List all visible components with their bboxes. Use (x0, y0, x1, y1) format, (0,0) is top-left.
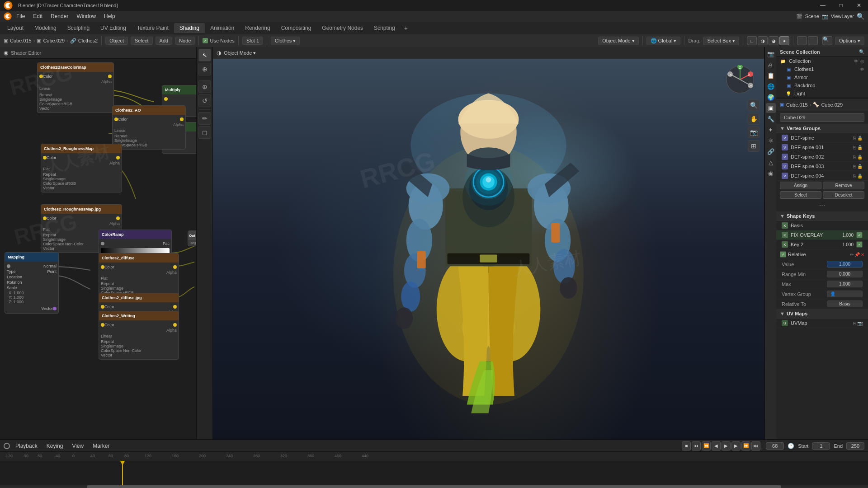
rendered-shading-btn[interactable]: ● (779, 36, 789, 45)
global-btn[interactable]: 🌐 Global ▾ (646, 37, 681, 45)
tab-animation[interactable]: Animation (205, 23, 240, 33)
close-button[interactable]: ✕ (850, 0, 868, 11)
end-frame-input[interactable]: 250 (846, 442, 864, 450)
prev-frame-btn[interactable]: ◀ (712, 441, 721, 450)
rotate-tool-btn[interactable]: ↺ (198, 94, 211, 107)
translate-tool-btn[interactable]: ⊕ (198, 80, 211, 93)
node-clothes2basecol[interactable]: Clothes2BaseColormap Color Alpha Linear … (37, 62, 114, 113)
uv-map-item[interactable]: U UVMap ⎘ 📷 (776, 319, 868, 328)
select-menu-btn[interactable]: Select (131, 37, 153, 45)
select-tool-btn[interactable]: ↖ (198, 49, 211, 61)
timeline-keying-menu[interactable]: Keying (43, 443, 67, 449)
tab-geometry-nodes[interactable]: Geometry Nodes (316, 23, 368, 33)
object-menu-btn[interactable]: Object (105, 37, 128, 45)
sk-item-key2[interactable]: K Key 2 1.000 ✓ (776, 240, 868, 249)
output-props-icon[interactable]: 🖨 (766, 60, 776, 70)
solid-shading-btn[interactable]: ◑ (758, 36, 768, 45)
menu-help[interactable]: Help (100, 12, 119, 20)
node-canvas[interactable]: RRCG 人人素材 RRCG Clothes2BaseColormap (0, 59, 196, 439)
options-btn[interactable]: Options ▾ (835, 37, 864, 45)
material-props-icon[interactable]: ◉ (766, 168, 776, 178)
vg-copy-btn2[interactable]: ⎘ (853, 145, 856, 150)
tab-texture-paint[interactable]: Texture Paint (132, 23, 174, 33)
vg-deselect-btn[interactable]: Deselect (823, 191, 864, 199)
vg-lock-btn5[interactable]: 🔒 (857, 174, 863, 178)
menu-window[interactable]: Window (73, 12, 99, 20)
overlay-btn[interactable] (797, 36, 807, 45)
timeline-marker-menu[interactable]: Marker (89, 443, 113, 449)
add-workspace-button[interactable]: + (401, 23, 411, 33)
sk-checkbox-key2[interactable]: ✓ (856, 241, 863, 248)
breadcrumb-clothes2[interactable]: Clothes2 (78, 38, 98, 43)
timeline-playhead[interactable] (122, 461, 123, 485)
relative-edit-btn[interactable]: ✏ (850, 252, 854, 257)
vg-item-def-spine002[interactable]: V DEF-spine.002 ⎘ 🔒 (776, 152, 868, 162)
tab-compositing[interactable]: Compositing (276, 23, 317, 33)
vg-copy-btn5[interactable]: ⎘ (853, 174, 856, 178)
outliner-item-backdrop[interactable]: ▣ Backdrop (776, 81, 868, 89)
jump-start-btn[interactable]: ⏮ (692, 441, 701, 450)
uv-maps-section-header[interactable]: ▼ UV Maps (776, 309, 868, 319)
jump-end-btn[interactable]: ⏭ (751, 441, 760, 450)
tab-sculpting[interactable]: Sculpting (62, 23, 95, 33)
play-btn[interactable]: ▶ (722, 441, 731, 450)
mode-btn[interactable]: Object Mode ▾ (598, 37, 638, 45)
vg-item-def-spine003[interactable]: V DEF-spine.003 ⎘ 🔒 (776, 162, 868, 171)
annotate-btn[interactable]: ✏ (198, 112, 211, 125)
grid-btn[interactable]: ⊞ (748, 140, 760, 152)
data-props-icon[interactable]: △ (766, 157, 776, 167)
breadcrumb-cube029[interactable]: Cube.029 (43, 38, 65, 43)
viewport-3d[interactable]: ◑ Object Mode ▾ (213, 47, 764, 439)
physics-props-icon[interactable]: ⚛ (766, 136, 776, 145)
vg-item-def-spine001[interactable]: V DEF-spine.001 ⎘ 🔒 (776, 143, 868, 152)
stop-btn[interactable]: ■ (682, 441, 691, 450)
node-menu-btn[interactable]: Node (175, 37, 195, 45)
slot-btn[interactable]: Slot 1 (242, 37, 263, 45)
view-layer-props-icon[interactable]: 📋 (766, 70, 776, 80)
sk-item-basis[interactable]: K Basis (776, 221, 868, 230)
vg-lock-btn2[interactable]: 🔒 (857, 145, 863, 150)
vg-select-btn[interactable]: Select (780, 191, 821, 199)
outliner-item-clothes1[interactable]: ▣ Clothes1 👁 (776, 65, 868, 73)
range-min-input[interactable]: 0.000 (827, 271, 863, 277)
uv-copy-icon[interactable]: ⎘ (853, 321, 856, 326)
xray-btn[interactable] (808, 36, 818, 45)
timeline-view-menu[interactable]: View (68, 443, 87, 449)
scene-props-icon[interactable]: 🌐 (766, 81, 776, 91)
vg-item-def-spine004[interactable]: V DEF-spine.004 ⎘ 🔒 (776, 171, 868, 181)
relative-pin-btn[interactable]: 📌 (854, 252, 860, 257)
menu-edit[interactable]: Edit (29, 12, 46, 20)
timeline-scrollbar-thumb[interactable] (87, 485, 781, 488)
vertex-groups-section-header[interactable]: ▼ Vertex Groups (776, 124, 868, 133)
viewport-gizmo[interactable]: X -X -Y Z (726, 65, 755, 94)
vg-assign-btn[interactable]: Assign (780, 182, 821, 189)
world-props-icon[interactable]: 🌍 (766, 92, 776, 102)
tab-scripting[interactable]: Scripting (368, 23, 401, 33)
material-btn[interactable]: Clothes ▾ (271, 37, 300, 45)
wireframe-shading-btn[interactable]: □ (747, 36, 757, 45)
add-menu-btn[interactable]: Add (156, 37, 173, 45)
particles-props-icon[interactable]: ✦ (766, 125, 776, 135)
maximize-button[interactable]: □ (832, 0, 850, 11)
max-input[interactable]: 1.000 (827, 281, 863, 287)
start-frame-input[interactable]: 1 (812, 442, 830, 450)
node-writing[interactable]: Clothes2_Writing Color Alpha Linear Repe… (99, 311, 179, 360)
eye-icon[interactable]: 👁 (854, 59, 859, 64)
use-nodes-toggle[interactable]: ✓ Use Nodes (203, 38, 234, 43)
outliner-item-armor[interactable]: ▣ Armor (776, 73, 868, 81)
node-roughnessmap1[interactable]: Clothes2_RoughnessMap Color Alpha Flat R… (41, 144, 122, 192)
zoom-in-btn[interactable]: 🔍 (748, 99, 760, 111)
material-shading-btn[interactable]: ◕ (769, 36, 778, 45)
menu-render[interactable]: Render (47, 12, 72, 20)
outliner-item-collection[interactable]: 📁 Collection 👁 ◎ (776, 57, 868, 65)
select-box-btn[interactable]: Select Box ▾ (703, 37, 739, 45)
vg-lock-btn3[interactable]: 🔒 (857, 155, 863, 160)
timeline-scrollbar[interactable] (0, 485, 868, 488)
mesh-name-input[interactable]: Cube.029 (780, 113, 864, 122)
cut-tool-btn[interactable]: ◻ (198, 126, 211, 139)
tab-uv-editing[interactable]: UV Editing (95, 23, 132, 33)
viewport-canvas[interactable]: RRCG 人人素材 X -X -Y (213, 59, 764, 439)
relative-checkbox[interactable]: ✓ (780, 251, 786, 258)
vg-copy-btn4[interactable]: ⎘ (853, 164, 856, 169)
vertex-group-input[interactable]: 👤 (827, 291, 863, 297)
